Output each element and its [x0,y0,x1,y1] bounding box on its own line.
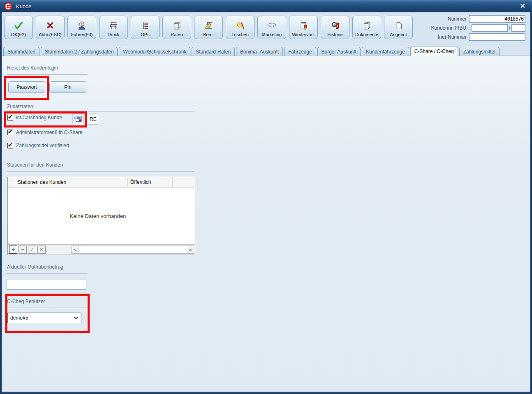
resubmit-button[interactable]: Wiedervorl. [289,16,318,39]
client-area: OK(F2) Abbr.(ESC) Fahrer(F3) [2,12,530,392]
header-cell-stationen[interactable]: Stationen des Kunden [15,177,128,187]
carsharing-detail-button[interactable] [72,114,84,124]
tab-bonima[interactable]: Bonima- Auskunft [236,47,283,56]
scroll-left-icon[interactable]: < [72,246,79,253]
driver-icon [77,20,87,31]
cancel-row-button[interactable]: ✕ [37,246,46,254]
button-label: Fahrer(F3) [71,32,93,37]
stationen-table-header: Stationen des Kunden Öffentlich [8,177,195,188]
tab-stammdaten2[interactable]: Stammdaten 2 / Zahlungsdaten [41,47,118,56]
guthaben-section-divider [7,273,88,274]
tab-bar: Stammdaten Stammdaten 2 / Zahlungsdaten … [3,46,500,56]
tab-zahlungsmittel[interactable]: Zahlungsmittel [459,47,500,56]
ccheq-section-divider [7,308,88,308]
note-edit-icon [204,20,213,31]
tab-kundenfahrzeuge[interactable]: Kundenfahrzeuge [362,47,409,56]
fibu-row: Kundennr. FIBU : / [422,24,525,32]
zahlungsmittel-checkbox[interactable] [7,143,13,148]
cancel-icon [46,20,55,31]
pin-button[interactable]: Pin [49,81,86,93]
scrollbar-track[interactable] [79,246,187,253]
stationen-table-body: Keine Daten vorhanden [8,188,195,244]
zahlungsmittel-checkbox-label: Zahlungsmittel verifiziert [16,143,69,148]
button-label: Abbr.(ESC) [39,32,62,37]
tab-cshare-ccheq[interactable]: C-Share / C-Cheq [410,46,458,56]
ok-button[interactable]: OK(F2) [4,16,33,39]
carsharing-checkbox-row[interactable]: ist Carsharing Kunde [7,115,62,121]
erase-icon [236,20,245,31]
button-label: Marketing [262,32,282,37]
history-button[interactable]: Historie [321,16,349,39]
tab-standard-raten[interactable]: Standard-Raten [192,47,235,56]
kunde-window: Kunde ✕ OK(F2) Abbr.(ESC) [0,0,532,394]
pages-icon [172,20,182,31]
toolbar: OK(F2) Abbr.(ESC) Fahrer(F3) [4,16,413,39]
card-list-icon [74,116,82,123]
marketing-button[interactable]: Marketing [257,16,286,39]
guthaben-input[interactable] [7,280,86,290]
documents-icon [362,20,372,31]
resubmit-icon [299,20,308,31]
password-button[interactable]: Passwort [8,81,45,93]
raten-button[interactable]: Raten [162,16,191,39]
guthaben-section-title: Aktueller Guthabenbetrag [7,264,63,270]
printer-icon [109,20,118,31]
close-icon[interactable]: ✕ [520,2,525,10]
stationen-table-footer: + − ✓ ✕ < > [8,244,195,255]
cshare-tab-page: Reset des Kundenlogin Passwort Pin Zusat… [2,56,530,392]
remove-row-button[interactable]: − [19,246,27,254]
adminmenu-checkbox-label: Administratormenü in C-Share [16,130,82,135]
button-label: Historie [327,32,342,37]
zahlungsmittel-checkbox-row[interactable]: Zahlungsmittel verifiziert [7,143,69,148]
reset-section-title: Reset des Kundenlogin [7,65,58,71]
zusatzraten-section-title: Zusatzraten [7,104,33,109]
bem-button[interactable]: Bem. [194,16,223,39]
tab-webmodul[interactable]: Webmodul/Schlüsselschrank [119,47,190,56]
carsharing-checkbox-label: ist Carsharing Kunde [16,115,62,121]
nummer-row: Nummer [422,15,525,23]
tab-stammdaten[interactable]: Stammdaten [3,47,39,56]
adminmenu-checkbox-row[interactable]: Administratormenü in C-Share [7,130,82,135]
ops-button[interactable]: OPs [131,16,160,39]
button-label: Bem. [203,32,214,37]
stationen-section-divider [7,172,194,172]
book-icon [267,20,277,31]
stationen-section-title: Stationen für den Kunden [7,162,63,168]
offer-button[interactable]: Angebot [384,16,413,39]
accept-row-button[interactable]: ✓ [28,246,36,254]
add-row-button[interactable]: + [9,246,17,254]
re-button[interactable]: RE [87,114,99,125]
titlebar: Kunde ✕ [0,0,532,12]
button-label: Angebot [390,32,407,37]
button-label: Löschen [231,32,249,37]
driver-button[interactable]: Fahrer(F3) [67,16,96,39]
inet-row: Inet-Nummer [422,33,525,41]
scroll-right-icon[interactable]: > [187,246,194,253]
button-label: OK(F2) [11,32,26,37]
cancel-button[interactable]: Abbr.(ESC) [36,16,65,39]
tab-fahrzeuge[interactable]: Fahrzeuge [284,47,316,56]
documents-button[interactable]: Dokumente [352,16,381,39]
window-title: Kunde [16,3,32,9]
app-logo-icon [4,2,13,11]
print-button[interactable]: Druck [99,16,128,39]
stationen-table: Stationen des Kunden Öffentlich Keine Da… [7,177,195,255]
delete-button[interactable]: Löschen [226,16,254,39]
ccheq-user-selected: demo#5 [10,315,74,321]
button-label: Dokumente [355,32,378,37]
horizontal-scrollbar[interactable]: < > [72,246,194,254]
chevron-down-icon [74,316,79,320]
header-fields: Nummer Kundennr. FIBU : / Inet-Nummer [422,15,525,42]
tab-buergel[interactable]: Bürgel-Auskunft [317,47,361,56]
fibu-label: Kundennr. FIBU : [431,25,469,31]
nummer-input[interactable] [469,15,525,23]
header-cell-indicator [8,177,15,187]
adminmenu-checkbox[interactable] [7,130,13,135]
fibu-input[interactable] [472,24,508,32]
header-cell-oeffentlich[interactable]: Öffentlich [128,177,173,187]
inet-input[interactable] [469,33,525,41]
reset-section-divider [7,74,88,75]
ccheq-user-dropdown[interactable]: demo#5 [7,313,81,323]
carsharing-checkbox[interactable] [7,115,13,121]
fibu-input-2[interactable] [511,24,525,32]
